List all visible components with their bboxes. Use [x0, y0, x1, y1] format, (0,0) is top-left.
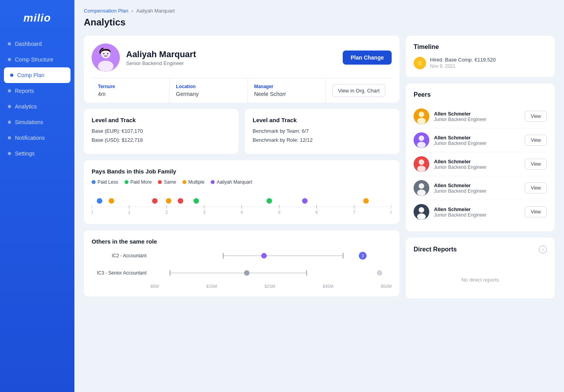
peer-role-5: Junior Backend Engineer	[434, 212, 520, 218]
level-track-right-title: Level and Track	[253, 117, 392, 123]
sidebar-dot-simulations	[8, 121, 11, 124]
svg-point-3	[103, 53, 105, 54]
peer-avatar-3	[414, 156, 429, 172]
peer-info-4: Allen Schmeler Junior Backend Engineer	[434, 182, 520, 194]
benchmark-team: Benchmark by Team: 6/7	[253, 128, 392, 134]
sidebar-item-comp-plan[interactable]: Comp Plan	[4, 67, 70, 83]
peer-role-4: Junior Backend Engineer	[434, 188, 520, 194]
peers-card: Peers Allen Schmeler Junior Backend Engi…	[406, 83, 555, 231]
svg-point-47	[417, 213, 426, 220]
sidebar-label-reports: Reports	[15, 88, 34, 94]
sidebar-label-simulations: Simulations	[15, 119, 43, 125]
breadcrumb-separator: ›	[131, 8, 133, 14]
peer-item-3: Allen Schmeler Junior Backend Engineer V…	[414, 152, 547, 176]
svg-text:1: 1	[128, 210, 130, 215]
svg-text:6: 6	[315, 210, 318, 215]
info-row: Ternure 4m Location Germany Manager Neel…	[92, 78, 392, 103]
location-value: Germany	[176, 91, 241, 97]
plan-change-button[interactable]: Plan Change	[343, 51, 392, 65]
level-track-left-title: Level and Track	[92, 117, 231, 123]
peer-role-1: Junior Backend Engineer	[434, 117, 520, 122]
svg-point-46	[419, 207, 424, 213]
view-org-cell[interactable]: View in Org. Chart	[326, 78, 392, 103]
sidebar-item-comp-structure[interactable]: Comp Structure	[0, 52, 74, 67]
sidebar-item-settings[interactable]: Settings	[0, 146, 74, 161]
peer-view-button-4[interactable]: View	[525, 182, 547, 193]
svg-text:5: 5	[278, 210, 280, 215]
peer-avatar-5	[414, 204, 429, 220]
app-logo: milio	[0, 8, 74, 36]
timeline-card: Timeline ⭐ Hired. Base Comp. €119,520 No…	[406, 36, 555, 77]
manager-cell: Manager Neele Schorr	[248, 78, 326, 103]
peer-view-button-3[interactable]: View	[525, 159, 547, 170]
peer-item-2: Allen Schmeler Junior Backend Engineer V…	[414, 128, 547, 152]
sidebar-item-reports[interactable]: Reports	[0, 83, 74, 99]
svg-text:7: 7	[353, 210, 355, 215]
employee-name: Aaliyah Marquart	[126, 49, 336, 60]
info-icon: i	[539, 246, 547, 253]
breadcrumb-current: Aaliyah Marquart	[136, 8, 175, 14]
peer-role-3: Junior Backend Engineer	[434, 164, 520, 170]
peer-view-button-1[interactable]: View	[525, 111, 547, 122]
peers-title: Peers	[414, 91, 547, 98]
timeline-date: Nov 9, 2021	[430, 63, 496, 69]
peer-info-2: Allen Schmeler Junior Backend Engineer	[434, 135, 520, 146]
sidebar-item-notifications[interactable]: Notifications	[0, 130, 74, 146]
legend-paid-less: Paid Less	[92, 179, 118, 185]
svg-point-18	[166, 198, 171, 204]
svg-point-43	[419, 183, 424, 189]
sidebar-item-simulations[interactable]: Simulations	[0, 114, 74, 130]
sidebar-dot-settings	[8, 152, 11, 155]
svg-point-41	[417, 166, 426, 172]
svg-point-16	[108, 198, 114, 204]
ic3-row: IC3 - Senior Accountant	[92, 268, 392, 278]
ic2-bar: 3	[150, 251, 392, 260]
main-content: Compensation Plan › Aaliyah Marquart Ana…	[74, 0, 564, 392]
pay-bands-title: Pays Bands in this Job Family	[92, 168, 392, 175]
left-column: Aaliyah Marquart Senior Backend Engineer…	[84, 36, 400, 298]
sidebar: milio Dashboard Comp Structure Comp Plan…	[0, 0, 74, 392]
peer-info-3: Allen Schmeler Junior Backend Engineer	[434, 159, 520, 170]
sidebar-label-settings: Settings	[15, 150, 35, 157]
svg-point-23	[363, 198, 369, 204]
sidebar-item-analytics[interactable]: Analytics	[0, 99, 74, 114]
peer-name-4: Allen Schmeler	[434, 182, 520, 188]
peer-avatar-1	[414, 108, 429, 124]
tenure-label: Ternure	[98, 84, 163, 89]
no-direct-reports-message: No direct reports	[414, 269, 547, 291]
peer-item-5: Allen Schmeler Junior Backend Engineer V…	[414, 200, 547, 224]
tenure-cell: Ternure 4m	[92, 78, 170, 103]
sidebar-dot-notifications	[8, 136, 11, 139]
view-org-button[interactable]: View in Org. Chart	[332, 84, 385, 97]
sidebar-dot-analytics	[8, 105, 11, 108]
same-role-x-labels: $5M $15M $25M $45M $50M	[92, 284, 392, 289]
svg-point-22	[302, 198, 307, 204]
peer-name-5: Allen Schmeler	[434, 206, 520, 212]
peer-info-1: Allen Schmeler Junior Backend Engineer	[434, 111, 520, 122]
peer-item-4: Allen Schmeler Junior Backend Engineer V…	[414, 176, 547, 200]
legend-multiple: Multiple	[183, 179, 204, 185]
ic2-row: IC2 - Accountant 3	[92, 251, 392, 260]
base-eur: Base (EUR): €107,170	[92, 128, 231, 134]
peer-view-button-5[interactable]: View	[525, 206, 547, 217]
manager-value: Neele Schorr	[254, 91, 319, 97]
location-cell: Location Germany	[170, 78, 248, 103]
ic3-bar	[150, 268, 392, 278]
same-role-card: Others in the same role IC2 - Accountant	[84, 230, 400, 296]
svg-point-15	[97, 198, 102, 204]
timeline-text: Hired. Base Comp. €119,520	[430, 57, 496, 63]
svg-point-20	[193, 198, 199, 204]
level-track-right-card: Level and Track Benchmark by Team: 6/7 B…	[245, 109, 400, 154]
svg-text:2: 2	[165, 210, 168, 215]
sidebar-dot-comp-structure	[8, 58, 11, 61]
ic2-label: IC2 - Accountant	[92, 253, 146, 258]
dr-header: Direct Reports i	[414, 246, 547, 253]
peer-view-button-2[interactable]: View	[525, 135, 547, 146]
level-track-left-card: Level and Track Base (EUR): €107,170 Bas…	[84, 109, 239, 154]
employee-avatar	[92, 43, 120, 72]
sidebar-item-dashboard[interactable]: Dashboard	[0, 36, 74, 52]
svg-point-34	[419, 112, 424, 117]
legend-same: Same	[158, 179, 176, 185]
breadcrumb: Compensation Plan › Aaliyah Marquart	[84, 8, 555, 14]
breadcrumb-parent[interactable]: Compensation Plan	[84, 8, 128, 14]
